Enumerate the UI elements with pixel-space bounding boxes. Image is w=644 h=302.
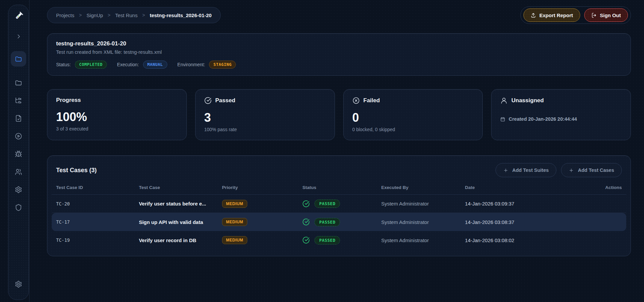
run-badges: Status: COMPLETED Execution: MANUAL Envi… (56, 61, 622, 69)
plus-icon (503, 168, 508, 173)
add-test-cases-label: Add Test Cases (578, 167, 614, 173)
progress-title: Progress (56, 97, 81, 104)
sidebar (0, 0, 30, 302)
created-row: Created 20-Jan-2026 20:44:44 (500, 116, 622, 122)
sign-out-label: Sign Out (600, 12, 621, 18)
test-case-id: TC-17 (56, 219, 139, 225)
status-label: Status: (56, 62, 71, 67)
breadcrumb-separator: > (142, 12, 145, 18)
run-subtitle: Test run created from XML file: testng-r… (56, 49, 622, 55)
breadcrumb-separator: > (108, 12, 111, 18)
sidebar-collapse-toggle[interactable] (11, 29, 26, 44)
status-badge: PASSED (314, 199, 340, 208)
chevron-right-icon (16, 34, 22, 39)
top-bar: Projects > SignUp > Test Runs > testng-r… (47, 6, 631, 24)
column-header-test-case-id: Test Case ID (56, 185, 139, 190)
test-tube-logo-icon[interactable] (13, 11, 24, 21)
table-row[interactable]: TC-17 Sign up API with valid data MEDIUM… (52, 213, 626, 231)
table-header-row: Test Case ID Test Case Priority Status E… (52, 181, 626, 195)
unassigned-card: Unassigned Created 20-Jan-2026 20:44:44 (491, 89, 631, 140)
test-cases-buttons: Add Test Suites Add Test Cases (496, 163, 622, 177)
test-cases-header: Test Cases (3) Add Test Suites Add Test … (56, 163, 622, 177)
sidebar-panel (8, 5, 29, 300)
run-header-card: testng-results_2026-01-20 Test run creat… (47, 33, 631, 76)
gear-icon (15, 280, 22, 288)
test-case-name[interactable]: Verify user status before e... (139, 201, 222, 206)
breadcrumb-test-runs[interactable]: Test Runs (115, 12, 138, 18)
sign-out-button[interactable]: Sign Out (584, 8, 628, 22)
breadcrumb-signup[interactable]: SignUp (86, 12, 103, 18)
progress-card: Progress 100% 3 of 3 executed (47, 89, 187, 140)
header-actions: Export Report Sign Out (520, 6, 631, 24)
passed-title: Passed (215, 97, 235, 104)
sidebar-item-projects-active[interactable] (11, 51, 26, 67)
check-circle-icon (302, 236, 310, 244)
failed-value: 0 (352, 112, 474, 124)
progress-value: 100% (56, 111, 178, 123)
upload-icon (530, 12, 536, 18)
status-badge: PASSED (314, 218, 340, 226)
status-badge: COMPLETED (75, 61, 107, 69)
main-content: Projects > SignUp > Test Runs > testng-r… (30, 0, 644, 256)
test-case-id: TC-19 (56, 237, 139, 243)
execution-label: Execution: (117, 62, 139, 67)
execution-date: 14-Jan-2026 03:09:37 (465, 201, 549, 206)
file-check-icon (15, 115, 22, 122)
failed-subtext: 0 blocked, 0 skipped (352, 127, 474, 132)
sidebar-item-security[interactable] (11, 200, 26, 215)
sidebar-item-suites[interactable] (11, 93, 26, 108)
add-test-cases-button[interactable]: Add Test Cases (561, 163, 622, 177)
unassigned-title: Unassigned (511, 97, 544, 104)
execution-badge: MANUAL (143, 61, 167, 69)
executed-by: System Administrator (381, 219, 465, 225)
sidebar-bottom-settings[interactable] (11, 276, 26, 292)
check-circle-icon (302, 200, 310, 207)
breadcrumb-projects[interactable]: Projects (56, 12, 74, 18)
column-header-status: Status (302, 185, 381, 190)
users-icon (15, 168, 22, 176)
table-row[interactable]: TC-20 Verify user status before e... MED… (52, 195, 626, 213)
environment-label: Environment: (177, 62, 205, 67)
user-icon (500, 97, 508, 104)
add-test-suites-button[interactable]: Add Test Suites (496, 163, 557, 177)
progress-subtext: 3 of 3 executed (56, 126, 178, 131)
failed-title: Failed (363, 97, 380, 104)
folder-icon (15, 79, 22, 86)
passed-card: Passed 3 100% pass rate (195, 89, 335, 140)
column-header-actions: Actions (549, 185, 622, 190)
column-header-executed-by: Executed By (381, 185, 465, 190)
priority-badge: MEDIUM (222, 236, 247, 244)
sidebar-item-test-runs[interactable] (11, 128, 26, 144)
sidebar-item-users[interactable] (11, 164, 26, 180)
created-text: Created 20-Jan-2026 20:44:44 (509, 116, 577, 122)
sidebar-item-defects[interactable] (11, 146, 26, 162)
x-circle-icon (352, 97, 360, 104)
breadcrumb: Projects > SignUp > Test Runs > testng-r… (47, 7, 221, 23)
stats-row: Progress 100% 3 of 3 executed Passed 3 1… (47, 89, 631, 140)
test-case-name[interactable]: Sign up API with valid data (139, 219, 222, 225)
logout-icon (591, 12, 597, 18)
run-title: testng-results_2026-01-20 (56, 40, 622, 47)
environment-badge: STAGING (209, 61, 236, 69)
passed-subtext: 100% pass rate (204, 127, 326, 132)
breadcrumb-separator: > (79, 12, 82, 18)
folder-tree-icon (15, 97, 22, 104)
column-header-date: Date (465, 185, 549, 190)
play-circle-icon (15, 133, 22, 140)
sidebar-item-settings[interactable] (11, 182, 26, 197)
test-case-name[interactable]: Verify user record in DB (139, 237, 222, 243)
gear-icon (15, 186, 22, 193)
export-report-button[interactable]: Export Report (523, 8, 580, 22)
shield-icon (15, 204, 22, 211)
passed-value: 3 (204, 112, 326, 124)
sidebar-item-test-cases[interactable] (11, 111, 26, 126)
table-row[interactable]: TC-19 Verify user record in DB MEDIUM PA… (52, 231, 626, 249)
folder-icon (15, 55, 22, 63)
export-report-label: Export Report (539, 12, 573, 18)
executed-by: System Administrator (381, 201, 465, 206)
bug-icon (15, 150, 22, 158)
failed-card: Failed 0 0 blocked, 0 skipped (343, 89, 483, 140)
column-header-test-case: Test Case (139, 185, 222, 190)
execution-date: 14-Jan-2026 03:08:02 (465, 237, 549, 243)
sidebar-item-folders[interactable] (11, 75, 26, 90)
